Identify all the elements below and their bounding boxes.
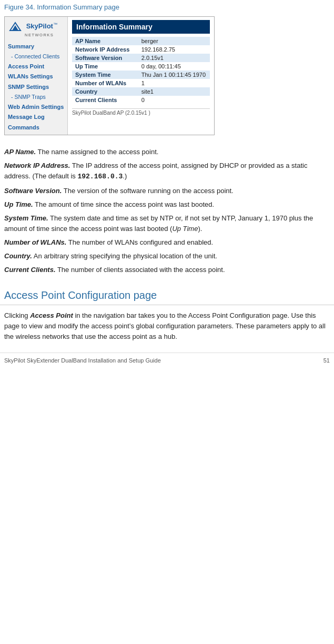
main-header: Information Summary xyxy=(72,20,210,34)
table-label-3: Up Time xyxy=(72,62,138,71)
section-body: Clicking Access Point in the navigation … xyxy=(0,307,334,344)
para-code-1: 192.168.0.3 xyxy=(77,173,123,180)
table-label-5: Number of WLANs xyxy=(72,79,138,87)
table-value-3: 0 day, 00:11:45 xyxy=(138,62,210,71)
table-value-1: 192.168.2.75 xyxy=(138,45,210,54)
sidebar-item-0[interactable]: Summary xyxy=(5,42,67,52)
para-italic-4: Up Time xyxy=(172,225,198,233)
logo-name: SkyPilot xyxy=(26,22,53,30)
ui-frame: SkyPilot™ NETWORKS Summary- Connected Cl… xyxy=(4,16,215,135)
table-label-7: Current Clients xyxy=(72,96,138,104)
sidebar-nav: Summary- Connected ClientsAccess PointWL… xyxy=(5,42,67,133)
sidebar-item-1[interactable]: - Connected Clients xyxy=(5,52,67,62)
table-label-1: Network IP Address xyxy=(72,45,138,54)
body-section: AP Name. The name assigned to the access… xyxy=(0,142,334,280)
para-term-1: Network IP Address. xyxy=(4,162,70,169)
table-row: AP Nameberger xyxy=(72,37,210,45)
para-term-4: System Time. xyxy=(4,214,48,222)
sidebar-item-7[interactable]: Message Log xyxy=(5,112,67,122)
para-term-6: Country. xyxy=(4,252,32,260)
table-row: System TimeThu Jan 1 00:11:45 1970 xyxy=(72,71,210,79)
figure-title: Figure 34. Information Summary page xyxy=(0,0,334,13)
section-heading: Access Point Configuration page xyxy=(0,281,334,305)
section-paragraph: Clicking Access Point in the navigation … xyxy=(4,310,330,342)
body-para-4: System Time. The system date and time as… xyxy=(4,213,330,234)
table-footer-note: SkyPilot DualBand AP (2.0.15v1 ) xyxy=(72,108,210,117)
para-term-3: Up Time. xyxy=(4,200,33,208)
info-table: AP NamebergerNetwork IP Address192.168.2… xyxy=(72,37,210,104)
table-value-7: 0 xyxy=(138,96,210,104)
footer-right: 51 xyxy=(323,357,330,364)
section-bold-term: Access Point xyxy=(30,311,73,319)
para-term-0: AP Name. xyxy=(4,148,36,156)
table-label-0: AP Name xyxy=(72,37,138,45)
body-para-0: AP Name. The name assigned to the access… xyxy=(4,147,330,157)
logo-area: SkyPilot™ NETWORKS xyxy=(5,19,67,42)
logo-sub: NETWORKS xyxy=(25,33,64,37)
body-para-1: Network IP Address. The IP address of th… xyxy=(4,160,330,182)
body-para-7: Current Clients. The number of clients a… xyxy=(4,265,330,275)
table-value-2: 2.0.15v1 xyxy=(138,54,210,62)
sidebar-item-3[interactable]: WLANs Settings xyxy=(5,72,67,82)
table-row: Up Time0 day, 00:11:45 xyxy=(72,62,210,71)
sidebar-item-5[interactable]: - SNMP Traps xyxy=(5,92,67,102)
footer-left: SkyPilot SkyExtender DualBand Installati… xyxy=(4,357,161,364)
table-row: Number of WLANs1 xyxy=(72,79,210,87)
table-value-0: berger xyxy=(138,37,210,45)
page-footer: SkyPilot SkyExtender DualBand Installati… xyxy=(0,353,334,366)
figure-container: SkyPilot™ NETWORKS Summary- Connected Cl… xyxy=(0,13,334,142)
table-label-6: Country xyxy=(72,87,138,96)
table-label-4: System Time xyxy=(72,71,138,79)
table-row: Software Version2.0.15v1 xyxy=(72,54,210,62)
sidebar-item-6[interactable]: Web Admin Settings xyxy=(5,102,67,112)
sidebar-item-4[interactable]: SNMP Settings xyxy=(5,82,67,92)
sidebar-item-8[interactable]: Commands xyxy=(5,123,67,133)
table-value-5: 1 xyxy=(138,79,210,87)
body-para-6: Country. An arbitrary string specifying … xyxy=(4,251,330,261)
table-value-6: site1 xyxy=(138,87,210,96)
skypilot-logo-icon xyxy=(8,21,23,33)
body-para-3: Up Time. The amount of time since the ac… xyxy=(4,199,330,210)
table-row: Countrysite1 xyxy=(72,87,210,96)
sidebar: SkyPilot™ NETWORKS Summary- Connected Cl… xyxy=(5,17,68,135)
table-value-4: Thu Jan 1 00:11:45 1970 xyxy=(138,71,210,79)
body-para-5: Number of WLANs. The number of WLANs con… xyxy=(4,237,330,248)
table-row: Network IP Address192.168.2.75 xyxy=(72,45,210,54)
sidebar-item-2[interactable]: Access Point xyxy=(5,62,67,72)
table-row: Current Clients0 xyxy=(72,96,210,104)
body-para-2: Software Version. The version of the sof… xyxy=(4,186,330,196)
logo-tm: ™ xyxy=(53,22,57,27)
para-term-5: Number of WLANs. xyxy=(4,238,66,246)
main-panel: Information Summary AP NamebergerNetwork… xyxy=(68,17,214,135)
para-term-7: Current Clients. xyxy=(4,266,56,274)
para-term-2: Software Version. xyxy=(4,187,62,195)
table-label-2: Software Version xyxy=(72,54,138,62)
